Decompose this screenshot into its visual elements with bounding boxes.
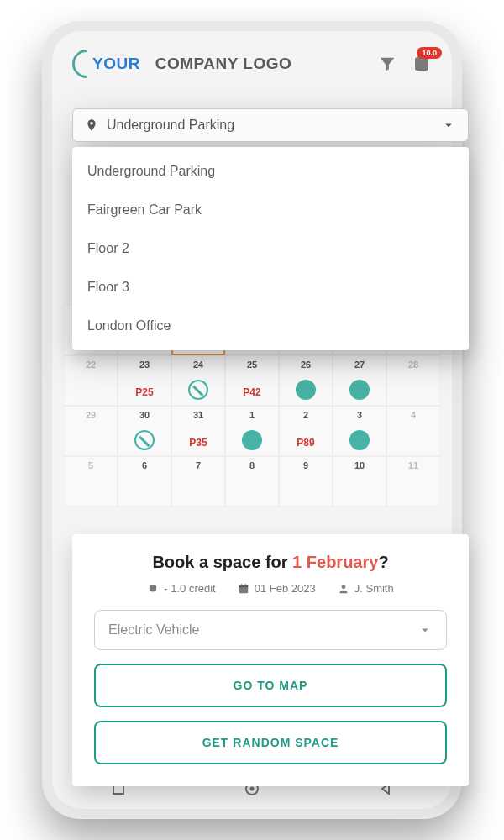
day-number: 1 [226,410,278,420]
booking-meta: - 1.0 credit 01 Feb 2023 J. Smith [94,582,447,595]
available-dot-icon [349,430,370,450]
day-number: 7 [172,460,224,470]
logo-arc-icon [66,44,107,84]
calendar-day[interactable]: 29 [64,406,118,456]
day-number: 4 [387,410,439,420]
company-logo: YOUR COMPANY LOGO [72,50,291,78]
location-options-list: Underground ParkingFairgreen Car ParkFlo… [72,147,469,350]
svg-point-3 [250,787,255,791]
location-option[interactable]: Floor 3 [72,268,469,307]
vehicle-type-select[interactable]: Electric Vehicle [94,610,447,650]
location-option[interactable]: Fairgreen Car Park [72,191,469,229]
calendar-day[interactable]: 1 [225,406,279,456]
get-random-space-button[interactable]: GET RANDOM SPACE [94,721,447,764]
filter-button[interactable] [378,55,396,73]
calendar-day[interactable]: 22 [64,355,118,406]
space-tag: P89 [280,437,332,449]
space-tag: P35 [172,437,224,449]
calendar-day[interactable]: 28 [386,355,440,406]
day-number: 28 [387,360,439,370]
day-number: 30 [118,410,171,420]
calendar-day[interactable]: 24 [171,355,225,406]
svg-point-9 [341,585,345,589]
available-dot-icon [349,380,370,400]
location-dropdown: Underground Parking Underground ParkingF… [72,108,469,350]
location-select[interactable]: Underground Parking [72,108,469,142]
calendar-day[interactable]: 8 [225,456,279,507]
day-number: 25 [226,360,278,370]
go-to-map-button[interactable]: GO TO MAP [94,664,447,707]
space-tag: P25 [118,386,171,398]
day-number: 6 [118,460,171,470]
pin-icon [85,118,98,132]
booking-card: Book a space for 1 February? - 1.0 credi… [72,534,469,786]
day-number: 3 [333,410,386,420]
calendar-day[interactable]: 7 [171,456,225,507]
funnel-icon [378,55,396,73]
location-option[interactable]: London Office [72,307,469,345]
calendar-icon [238,583,249,595]
calendar-day[interactable]: 10 [333,456,386,507]
svg-rect-7 [241,584,242,586]
day-number: 29 [65,410,117,420]
day-number: 9 [280,460,332,470]
credit-cost: - 1.0 credit [147,582,215,595]
credits-button[interactable]: 10.0 [412,54,432,74]
location-option[interactable]: Underground Parking [72,152,469,191]
calendar-day[interactable]: 27 [333,355,386,406]
logo-text-rest: COMPANY LOGO [155,55,292,73]
day-number: 2 [280,410,332,420]
calendar-day[interactable]: 23P25 [118,355,171,406]
calendar-day[interactable]: 9 [279,456,333,507]
day-number: 26 [280,360,332,370]
calendar-day[interactable]: 30 [118,406,171,456]
calendar-day[interactable]: 5 [64,456,118,507]
day-number: 24 [172,360,224,370]
day-number: 10 [333,460,386,470]
unavailable-icon [188,380,208,400]
booking-date: 01 Feb 2023 [238,582,316,595]
calendar-day[interactable]: 31P35 [171,406,225,456]
available-dot-icon [296,380,316,400]
location-option[interactable]: Floor 2 [72,229,469,268]
day-number: 8 [226,460,278,470]
day-number: 31 [172,410,224,420]
booking-title: Book a space for 1 February? [94,553,447,572]
calendar-day[interactable]: 26 [279,355,333,406]
svg-rect-8 [244,584,245,586]
calendar-day[interactable]: 25P42 [225,355,279,406]
coins-icon [147,583,159,595]
chevron-down-icon [441,118,456,133]
credits-badge: 10.0 [417,47,442,59]
location-selected-label: Underground Parking [107,118,234,133]
unavailable-icon [134,430,155,450]
calendar-day[interactable]: 4 [386,406,440,456]
calendar-day[interactable]: 6 [118,456,171,507]
svg-rect-6 [239,585,248,586]
calendar-day[interactable]: 11 [386,456,440,507]
available-dot-icon [242,430,262,450]
day-number: 11 [387,460,439,470]
chevron-down-icon [417,622,433,638]
booking-user: J. Smith [338,582,394,595]
day-number: 23 [118,360,171,370]
user-icon [338,583,349,595]
header-actions: 10.0 [378,54,432,74]
calendar-day[interactable]: 2P89 [279,406,333,456]
calendar-day[interactable]: 3 [333,406,386,456]
app-header: YOUR COMPANY LOGO 10.0 [52,31,452,87]
day-number: 27 [333,360,386,370]
day-number: 5 [65,460,117,470]
day-number: 22 [65,360,117,370]
space-tag: P42 [226,386,278,398]
